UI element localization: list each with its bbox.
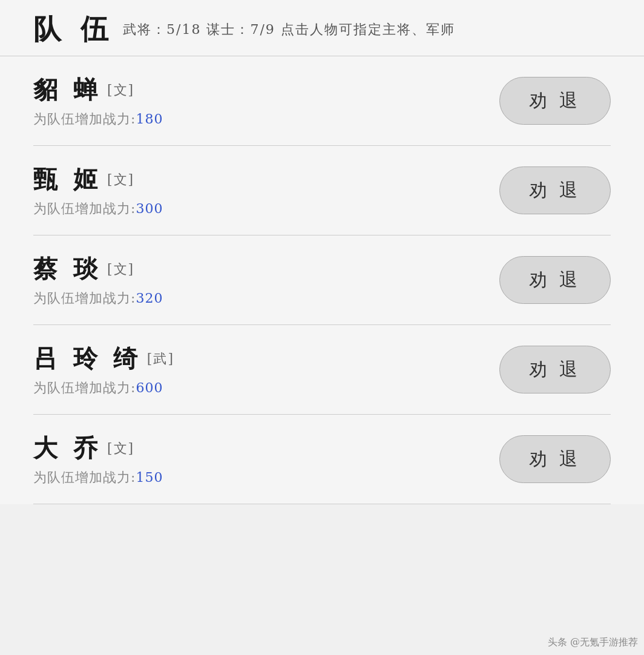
member-name: 甄 姬 (33, 163, 101, 196)
page-title: 队 伍 (33, 11, 113, 48)
list-item: 貂 蝉[文]为队伍增加战力:180劝 退 (33, 56, 611, 146)
member-name-row: 大 乔[文] (33, 432, 163, 465)
member-name: 貂 蝉 (33, 73, 101, 107)
power-value: 180 (136, 111, 163, 127)
member-name-row: 蔡 琰[文] (33, 252, 163, 286)
member-list: 貂 蝉[文]为队伍增加战力:180劝 退甄 姬[文]为队伍增加战力:300劝 退… (0, 56, 644, 504)
member-power: 为队伍增加战力:300 (33, 200, 163, 218)
member-name: 大 乔 (33, 432, 101, 465)
dismiss-button-0[interactable]: 劝 退 (499, 77, 611, 125)
header-section: 队 伍 武将：5/18 谋士：7/9 点击人物可指定主将、军师 (0, 0, 644, 56)
member-power: 为队伍增加战力:180 (33, 110, 163, 128)
main-panel: 队 伍 武将：5/18 谋士：7/9 点击人物可指定主将、军师 貂 蝉[文]为队… (0, 0, 644, 504)
member-type: [文] (107, 171, 134, 189)
member-info: 甄 姬[文]为队伍增加战力:300 (33, 163, 163, 218)
member-power: 为队伍增加战力:320 (33, 289, 163, 308)
member-power: 为队伍增加战力:150 (33, 469, 163, 487)
app-container: 队 伍 武将：5/18 谋士：7/9 点击人物可指定主将、军师 貂 蝉[文]为队… (0, 0, 644, 655)
member-name: 吕 玲 绮 (33, 342, 141, 375)
member-info: 貂 蝉[文]为队伍增加战力:180 (33, 73, 163, 128)
member-name-row: 貂 蝉[文] (33, 73, 163, 107)
dismiss-button-3[interactable]: 劝 退 (499, 346, 611, 393)
dismiss-button-1[interactable]: 劝 退 (499, 166, 611, 214)
list-item: 大 乔[文]为队伍增加战力:150劝 退 (33, 415, 611, 504)
header-stats: 武将：5/18 谋士：7/9 点击人物可指定主将、军师 (123, 21, 455, 39)
member-type: [文] (107, 260, 134, 278)
member-info: 蔡 琰[文]为队伍增加战力:320 (33, 252, 163, 308)
power-value: 320 (136, 291, 163, 306)
member-name-row: 吕 玲 绮[武] (33, 342, 174, 375)
member-type: [文] (107, 81, 134, 99)
member-power: 为队伍增加战力:600 (33, 379, 174, 397)
watermark: 头条 @无氪手游推荐 (548, 636, 638, 649)
list-item: 甄 姬[文]为队伍增加战力:300劝 退 (33, 146, 611, 235)
member-info: 大 乔[文]为队伍增加战力:150 (33, 432, 163, 487)
dismiss-button-2[interactable]: 劝 退 (499, 256, 611, 304)
member-info: 吕 玲 绮[武]为队伍增加战力:600 (33, 342, 174, 397)
member-name: 蔡 琰 (33, 252, 101, 286)
power-value: 300 (136, 201, 163, 216)
power-value: 150 (136, 470, 163, 485)
member-name-row: 甄 姬[文] (33, 163, 163, 196)
list-item: 吕 玲 绮[武]为队伍增加战力:600劝 退 (33, 325, 611, 415)
member-type: [武] (147, 350, 174, 368)
dismiss-button-4[interactable]: 劝 退 (499, 435, 611, 483)
power-value: 600 (136, 380, 163, 395)
member-type: [文] (107, 439, 134, 458)
list-item: 蔡 琰[文]为队伍增加战力:320劝 退 (33, 235, 611, 325)
